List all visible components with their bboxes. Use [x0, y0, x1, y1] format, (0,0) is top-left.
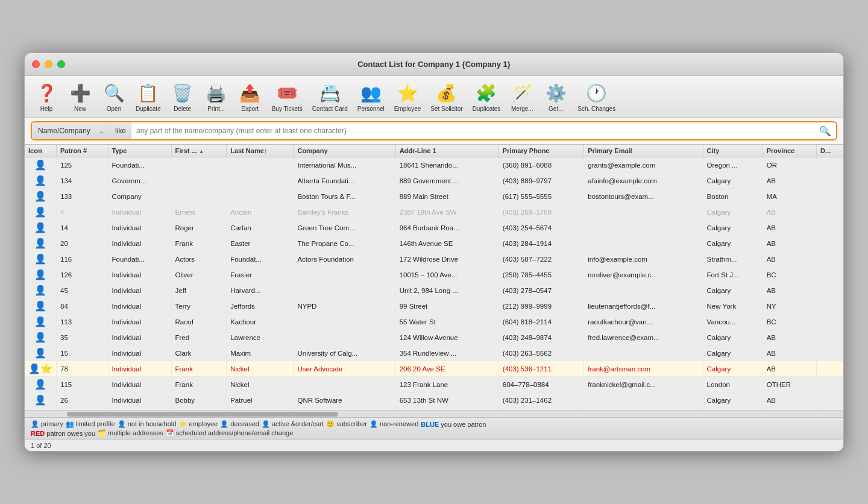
duplicate-button[interactable]: 📋 Duplicate [132, 80, 165, 113]
table-row[interactable]: 👤⭐78IndividualFrankNickelUser Advocate20… [25, 361, 843, 377]
table-cell: 889 Government ... [395, 173, 498, 189]
table-cell: 4 [57, 204, 108, 220]
table-cell: frank@artsman.com [584, 361, 703, 377]
table-cell [227, 189, 294, 204]
table-cell [816, 236, 843, 251]
open-label: Open [107, 106, 121, 112]
horizontal-scrollbar[interactable] [25, 410, 843, 417]
table-cell: Unit 2, 984 Long ... [395, 283, 498, 298]
set-solicitor-button[interactable]: 💰 Set Solicitor [427, 80, 466, 113]
table-row[interactable]: 👤133CompanyBoston Tours & F...889 Main S… [25, 189, 843, 204]
table-cell: Oliver [171, 267, 227, 283]
close-button[interactable] [32, 60, 40, 68]
col-email[interactable]: Primary Email [584, 145, 703, 157]
personnel-icon: 👥 [359, 81, 383, 105]
table-cell: Calgary [703, 392, 763, 408]
table-row[interactable]: 👤45IndividualJeffHarvard...Unit 2, 984 L… [25, 283, 843, 298]
table-row[interactable]: 👤35IndividualFredLawrence124 Willow Aven… [25, 330, 843, 345]
table-row[interactable]: 👤4IndividualErnestAncionBarkley's Franks… [25, 204, 843, 220]
col-type[interactable]: Type [108, 145, 171, 157]
table-row[interactable]: 👤113IndividualRaoufKachour55 Water St(60… [25, 314, 843, 330]
table-row[interactable]: 👤84IndividualTerryJeffordsNYPD99 Street(… [25, 298, 843, 314]
table-row[interactable]: 👤20IndividualFrankEasterThe Propane Co..… [25, 236, 843, 251]
contact-card-button[interactable]: 📇 Contact Card [309, 80, 351, 113]
table-cell: mroliver@example.c... [584, 267, 703, 283]
help-button[interactable]: ❓ Help [31, 80, 62, 113]
buy-tickets-button[interactable]: 🎟️ Buy Tickets [268, 80, 306, 113]
contact-table-container: Icon Patron # Type First ... ▲ Last Name… [25, 145, 843, 410]
status-legend: 👤 primary 👥 limited profile 👤 not in hou… [31, 420, 837, 428]
col-icon[interactable]: Icon [25, 145, 57, 157]
table-cell: Nickel [227, 361, 294, 377]
table-row[interactable]: 👤116Foundati...ActorsFoundat...Actors Fo… [25, 251, 843, 267]
table-cell [816, 220, 843, 236]
contact-table: Icon Patron # Type First ... ▲ Last Name… [25, 145, 843, 410]
table-cell: The Propane Co... [294, 236, 395, 251]
col-patron[interactable]: Patron # [57, 145, 108, 157]
table-cell: Jeffords [227, 298, 294, 314]
employee-button[interactable]: ⭐ Employee [391, 80, 424, 113]
duplicate-icon: 📋 [136, 81, 160, 105]
col-d[interactable]: D... [816, 145, 843, 157]
search-field-selector[interactable]: Name/Company ⌄ [32, 122, 110, 139]
maximize-button[interactable] [57, 60, 65, 68]
table-cell: Individual [108, 361, 171, 377]
search-input[interactable] [131, 122, 814, 139]
search-submit-button[interactable]: 🔍 [814, 122, 836, 139]
table-row[interactable]: 👤115IndividualFrankNickel123 Frank Lane6… [25, 377, 843, 392]
table-cell: raoufkachour@van... [584, 314, 703, 330]
open-button[interactable]: 🔍 Open [98, 80, 130, 113]
col-last[interactable]: Last Name↑ [227, 145, 294, 157]
help-label: Help [40, 106, 53, 112]
new-button[interactable]: ➕ New [64, 80, 96, 113]
toolbar: ❓ Help ➕ New 🔍 Open 📋 Duplicate 🗑️ Delet… [25, 76, 843, 118]
table-cell: BC [763, 267, 816, 283]
table-cell: 10015 – 100 Ave... [395, 267, 498, 283]
table-cell: Frank [171, 377, 227, 392]
col-city[interactable]: City [703, 145, 763, 157]
table-row[interactable]: 👤126IndividualOliverFrasier10015 – 100 A… [25, 267, 843, 283]
table-row[interactable]: 👤134Governm...Alberta Foundati...889 Gov… [25, 173, 843, 189]
legend-blue: BLUE you owe patron [421, 421, 486, 428]
duplicates-button[interactable]: 🧩 Duplicates [469, 80, 505, 113]
delete-button[interactable]: 🗑️ Delete [167, 80, 198, 113]
export-button[interactable]: 📤 Export [234, 80, 266, 113]
table-cell [294, 377, 395, 392]
table-cell: 134 [57, 173, 108, 189]
table-cell: Individual [108, 345, 171, 361]
personnel-button[interactable]: 👥 Personnel [354, 80, 388, 113]
col-addr[interactable]: Addr-Line 1 [395, 145, 498, 157]
table-cell: 18641 Shenando... [395, 157, 498, 173]
table-cell: lieutenantjeffords@f... [584, 298, 703, 314]
sch-changes-button[interactable]: 🕐 Sch. Changes [574, 80, 619, 113]
table-row[interactable]: 👤125Foundati...International Mus...18641… [25, 157, 843, 173]
table-cell: New York [703, 298, 763, 314]
legend-employee: ⭐ employee [178, 420, 218, 428]
table-cell: OTHER [763, 377, 816, 392]
search-field-label: Name/Company [38, 127, 90, 135]
table-cell: 133 [57, 189, 108, 204]
table-row[interactable]: 👤14IndividualRogerCarfanGreen Tree Com..… [25, 220, 843, 236]
col-province[interactable]: Province [763, 145, 816, 157]
table-cell: Boston Tours & F... [294, 189, 395, 204]
table-cell: 99 Street [395, 298, 498, 314]
table-cell: 👤 [25, 220, 57, 236]
table-cell: Calgary [703, 173, 763, 189]
table-cell: 124 Willow Avenue [395, 330, 498, 345]
print-button[interactable]: 🖨️ Print... [201, 80, 232, 113]
table-cell: afainfo@example.com [584, 173, 703, 189]
table-cell: Individual [108, 204, 171, 220]
table-cell: Barkley's Franks [294, 204, 395, 220]
titlebar: Contact List for Company 1 {Company 1} [25, 53, 843, 76]
table-row[interactable]: 👤26IndividualBobbyPatruelQNR Software653… [25, 392, 843, 408]
merge-button[interactable]: 🪄 Merge... [506, 80, 538, 113]
table-cell: 125 [57, 157, 108, 173]
col-phone[interactable]: Primary Phone [498, 145, 583, 157]
set-solicitor-label: Set Solicitor [430, 106, 462, 112]
col-first[interactable]: First ... ▲ [171, 145, 227, 157]
table-row[interactable]: 👤15IndividualClarkMaximUniversity of Cal… [25, 345, 843, 361]
get-button[interactable]: ⚙️ Get... [540, 80, 571, 113]
col-company[interactable]: Company [294, 145, 395, 157]
scrollbar-thumb[interactable] [67, 412, 338, 417]
minimize-button[interactable] [45, 60, 52, 68]
